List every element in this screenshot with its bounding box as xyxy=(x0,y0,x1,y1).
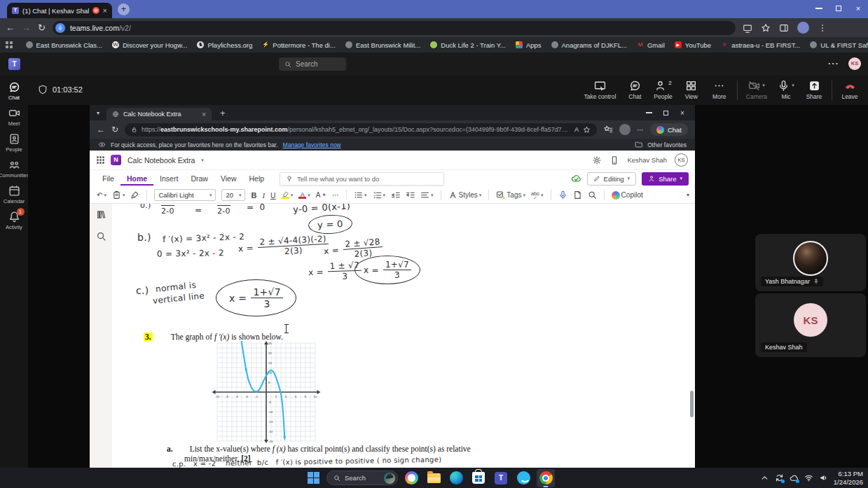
take-control-button[interactable]: Take control xyxy=(579,78,621,102)
align-button[interactable]: ▾ xyxy=(420,190,434,200)
undo-button[interactable]: ↶▾ xyxy=(97,191,106,199)
numbering-button[interactable]: ▾ xyxy=(373,190,386,200)
edge-profile-avatar[interactable] xyxy=(619,124,631,135)
tray-chevron-icon[interactable] xyxy=(760,473,769,482)
copilot-button[interactable]: Copilot xyxy=(612,191,643,200)
document-page[interactable]: 3.The graph of f ′(x) is shown below. -1… xyxy=(112,204,691,468)
manage-favorites-link[interactable]: Manage favorites now xyxy=(283,141,341,148)
bookmark-item[interactable]: East Brunswick Milit... xyxy=(340,41,425,49)
tab-help[interactable]: Help xyxy=(242,172,270,186)
scrollbar-thumb[interactable] xyxy=(690,391,694,417)
other-favorites-button[interactable]: Other favorites xyxy=(647,141,687,148)
back-icon[interactable]: ← xyxy=(6,22,15,33)
tab-draw[interactable]: Draw xyxy=(184,172,214,186)
teams-profile-avatar[interactable]: KS xyxy=(848,57,861,70)
bold-button[interactable]: B xyxy=(251,191,256,200)
taskbar-clock[interactable]: 6:13 PM 1/24/2026 xyxy=(834,470,863,487)
edge-reload-icon[interactable]: ↻ xyxy=(111,125,118,134)
format-painter-button[interactable] xyxy=(130,190,139,200)
teams-app-button[interactable]: T xyxy=(492,469,510,487)
camera-button[interactable]: ▾Camera xyxy=(741,78,772,102)
bookmark-item[interactable]: ▶YouTube xyxy=(670,41,716,49)
edge-minimize-button[interactable] xyxy=(640,106,657,120)
forward-icon[interactable]: → xyxy=(22,22,31,33)
sidebar-item-calendar[interactable]: Calendar xyxy=(0,185,28,204)
bookmark-item[interactable]: WDiscover your Hogw... xyxy=(107,41,192,49)
styles-button[interactable]: Styles▾ xyxy=(448,190,482,200)
outdent-button[interactable] xyxy=(391,190,400,200)
device-icon[interactable] xyxy=(609,155,619,165)
volume-icon[interactable] xyxy=(819,473,828,482)
sidebar-item-meet[interactable]: Meet xyxy=(0,107,28,127)
maximize-button[interactable] xyxy=(829,0,848,17)
font-size-select[interactable]: 20▾ xyxy=(221,189,245,201)
close-button[interactable]: × xyxy=(848,0,868,17)
editing-mode-button[interactable]: Editing ▾ xyxy=(587,172,637,186)
read-aloud-icon[interactable]: A xyxy=(574,126,579,133)
bookmark-item[interactable]: Duck Life 2 - Train Y... xyxy=(425,41,511,49)
tab-close-icon[interactable]: × xyxy=(103,6,107,15)
mic-button[interactable]: ▾Mic xyxy=(772,78,800,102)
cast-icon[interactable] xyxy=(743,23,752,33)
spelling-button[interactable]: abc✓▾ xyxy=(531,191,544,199)
taskbar-search[interactable]: Search xyxy=(326,470,398,485)
favorites-icon[interactable] xyxy=(603,125,613,134)
edge-back-icon[interactable]: ← xyxy=(97,125,105,134)
view-button[interactable]: View xyxy=(677,78,705,102)
edge-close-button[interactable]: × xyxy=(674,106,691,120)
start-button[interactable] xyxy=(304,469,322,487)
reload-icon[interactable]: ↻ xyxy=(38,22,46,33)
indent-button[interactable] xyxy=(406,190,415,200)
onedrive-tray-icon[interactable] xyxy=(790,473,799,482)
search-icon[interactable] xyxy=(96,231,106,242)
sidebar-item-activity[interactable]: 1Activity xyxy=(0,211,28,230)
edge-menu-icon[interactable]: ⋯ xyxy=(637,126,644,134)
edge-address-bar[interactable]: https://eastbrunswickschools-my.sharepoi… xyxy=(125,123,597,137)
bookmark-item[interactable]: ♞Playlichess.org xyxy=(192,41,257,49)
bookmark-item[interactable]: UL & FIRST Safety L... xyxy=(805,41,868,49)
bullets-button[interactable]: ▾ xyxy=(354,190,367,200)
tab-insert[interactable]: Insert xyxy=(153,172,184,186)
edge-new-tab-button[interactable]: + xyxy=(216,108,230,118)
sidebar-item-chat[interactable]: Chat xyxy=(0,81,28,101)
copilot-chat-button[interactable]: Chat xyxy=(650,123,688,136)
edge-app-button[interactable] xyxy=(447,469,465,487)
text-effects-button[interactable]: A✦ xyxy=(316,191,326,199)
dictate-button[interactable] xyxy=(558,190,567,200)
sidebar-item-people[interactable]: People xyxy=(0,133,28,153)
gear-icon[interactable] xyxy=(592,155,602,165)
store-button[interactable] xyxy=(469,469,488,487)
font-color-button[interactable]: A▾ xyxy=(298,192,310,199)
find-button[interactable] xyxy=(588,190,597,200)
tell-me-input[interactable]: Tell me what you want to do xyxy=(280,172,444,186)
copilot-app-button[interactable] xyxy=(402,469,420,487)
side-panel-icon[interactable] xyxy=(779,23,789,33)
alexa-button[interactable] xyxy=(514,469,532,487)
tab-search-chevron-icon[interactable]: ▾ xyxy=(94,110,102,116)
ribbon-more-icon[interactable]: ⋯ xyxy=(332,191,339,199)
favorite-star-icon[interactable] xyxy=(583,126,591,134)
chrome-app-button[interactable] xyxy=(537,469,555,487)
address-bar[interactable]: teams.live.com/v2/ xyxy=(53,21,736,35)
bookmark-item[interactable]: East Brunswick Clas... xyxy=(21,41,108,49)
wifi-icon[interactable] xyxy=(804,473,813,482)
file-explorer-button[interactable] xyxy=(425,469,443,487)
bookmark-item[interactable]: Anagrams of DJKFL... xyxy=(546,41,632,49)
page-note-button[interactable] xyxy=(573,190,582,200)
user-avatar[interactable]: KS xyxy=(675,153,688,167)
tab-view[interactable]: View xyxy=(214,172,243,186)
leave-button[interactable]: Leave xyxy=(836,78,864,102)
edge-tab-close-icon[interactable]: × xyxy=(202,111,206,118)
more-button[interactable]: More xyxy=(705,78,733,102)
teams-search-input[interactable]: Search xyxy=(279,57,346,71)
font-name-select[interactable]: Calibri Light▾ xyxy=(154,189,216,201)
profile-avatar[interactable] xyxy=(797,22,809,34)
highlight-button[interactable]: ▾ xyxy=(282,191,294,199)
italic-button[interactable]: I xyxy=(262,191,265,200)
new-tab-button[interactable]: + xyxy=(118,4,130,15)
browser-tab[interactable]: T (1) Chat | Keshav Shah | Mi × xyxy=(7,3,112,18)
paste-button[interactable]: ▾ xyxy=(112,190,125,200)
bookmark-item[interactable]: MGmail xyxy=(632,41,670,49)
participant-tile[interactable]: Yash Bhatnagar xyxy=(755,234,866,291)
participant-tile[interactable]: KS Keshav Shah xyxy=(755,293,866,357)
